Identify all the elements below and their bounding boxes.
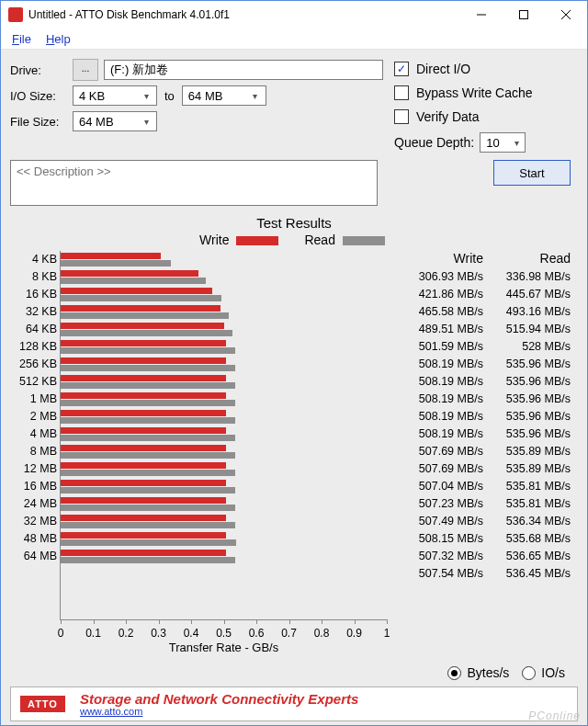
chart-row-label: 4 MB	[13, 425, 57, 443]
write-bar	[61, 445, 226, 451]
col-header-write: Write	[396, 251, 483, 266]
write-bar	[61, 253, 161, 259]
value-row: 507.69 MB/s535.89 MB/s	[396, 459, 571, 477]
write-bar	[61, 480, 226, 486]
read-bar	[61, 522, 235, 528]
chart-row-label: 512 KB	[13, 373, 57, 391]
read-bar	[61, 312, 229, 319]
value-row: 507.23 MB/s535.81 MB/s	[396, 494, 571, 512]
bypass-checkbox[interactable]: Bypass Write Cache	[394, 81, 578, 105]
drive-value: (F:) 新加卷	[110, 62, 168, 78]
x-axis-label: Transfer Rate - GB/s	[61, 641, 387, 654]
write-value: 489.51 MB/s	[396, 323, 483, 335]
write-value: 507.69 MB/s	[396, 445, 483, 458]
read-value: 536.45 MB/s	[483, 567, 571, 580]
results-chart: 4 KB8 KB16 KB32 KB64 KB128 KB256 KB512 K…	[12, 251, 390, 659]
chevron-down-icon: ▾	[140, 91, 153, 101]
brand-tagline: Storage and Network Connectivity Experts	[80, 692, 358, 706]
chart-row: 32 MB	[61, 513, 387, 530]
read-bar	[61, 557, 235, 563]
read-value: 535.89 MB/s	[483, 445, 571, 458]
chart-row-label: 256 KB	[13, 356, 57, 373]
x-tick-label: 0	[50, 627, 72, 640]
direct-io-checkbox[interactable]: ✓ Direct I/O	[394, 57, 578, 81]
brand-banner[interactable]: ATTO Storage and Network Connectivity Ex…	[10, 686, 578, 721]
read-value: 535.96 MB/s	[483, 375, 571, 388]
value-row: 507.49 MB/s536.34 MB/s	[396, 512, 571, 529]
read-bar	[61, 295, 221, 301]
read-bar	[61, 400, 235, 406]
read-value: 535.96 MB/s	[483, 357, 571, 370]
write-value: 507.54 MB/s	[396, 567, 483, 580]
start-button[interactable]: Start	[493, 160, 571, 186]
checkbox-checked-icon: ✓	[394, 62, 409, 76]
read-bar	[61, 435, 235, 441]
write-bar	[61, 323, 224, 329]
units-bytes-radio[interactable]: Bytes/s	[447, 665, 509, 680]
filesize-label: File Size:	[10, 115, 73, 129]
write-value: 507.32 MB/s	[396, 550, 483, 562]
queue-depth-combo[interactable]: 10 ▾	[480, 132, 526, 153]
x-tick-label: 0.2	[115, 627, 137, 640]
read-bar	[61, 505, 235, 511]
chart-row: 24 MB	[61, 495, 387, 513]
chevron-down-icon: ▾	[249, 91, 262, 101]
minimize-button[interactable]	[460, 1, 503, 28]
chart-row-label: 4 KB	[13, 251, 57, 268]
write-value: 306.93 MB/s	[396, 270, 483, 283]
value-row: 421.86 MB/s445.67 MB/s	[396, 285, 571, 302]
menu-file[interactable]: File	[5, 30, 39, 48]
read-bar	[61, 470, 235, 476]
menu-help[interactable]: Help	[39, 30, 78, 48]
radio-icon	[522, 666, 536, 680]
value-row: 508.15 MB/s535.68 MB/s	[396, 529, 571, 547]
drive-combo[interactable]: (F:) 新加卷	[104, 60, 383, 80]
read-bar	[61, 487, 235, 493]
read-value: 535.96 MB/s	[483, 392, 571, 405]
read-bar	[61, 278, 206, 284]
value-row: 507.04 MB/s535.81 MB/s	[396, 477, 571, 494]
browse-button[interactable]: ...	[73, 59, 98, 81]
maximize-button[interactable]	[503, 1, 545, 28]
write-swatch-icon	[236, 236, 278, 245]
write-bar	[61, 550, 226, 556]
value-row: 508.19 MB/s535.96 MB/s	[396, 372, 571, 390]
read-value: 535.96 MB/s	[483, 410, 571, 423]
close-button[interactable]	[545, 1, 587, 28]
x-tick-label: 0.9	[344, 627, 366, 640]
write-value: 501.59 MB/s	[396, 340, 483, 353]
app-icon	[8, 7, 23, 22]
units-ios-radio[interactable]: IO/s	[522, 665, 565, 680]
chevron-down-icon: ▾	[510, 138, 523, 148]
iosize-label: I/O Size:	[10, 89, 73, 103]
chart-row-label: 8 MB	[13, 443, 57, 460]
read-bar	[61, 539, 236, 546]
description-input[interactable]	[10, 160, 378, 206]
value-row: 508.19 MB/s535.96 MB/s	[396, 390, 571, 407]
chart-row: 64 MB	[61, 548, 387, 565]
read-bar	[61, 260, 171, 267]
verify-checkbox[interactable]: Verify Data	[394, 105, 578, 129]
chart-row-label: 12 MB	[13, 460, 57, 478]
chart-row: 12 MB	[61, 460, 387, 478]
value-row: 306.93 MB/s336.98 MB/s	[396, 267, 571, 285]
read-value: 536.34 MB/s	[483, 515, 571, 527]
read-value: 535.81 MB/s	[483, 497, 571, 510]
x-tick-label: 1	[376, 627, 398, 640]
chart-row: 16 MB	[61, 478, 387, 495]
filesize-combo[interactable]: 64 MB ▾	[73, 111, 157, 131]
iosize-to-combo[interactable]: 64 MB ▾	[182, 85, 266, 106]
write-value: 507.04 MB/s	[396, 480, 483, 493]
write-value: 508.19 MB/s	[396, 375, 483, 388]
read-bar	[61, 382, 235, 389]
iosize-from-combo[interactable]: 4 KB ▾	[73, 85, 157, 106]
window-title: Untitled - ATTO Disk Benchmark 4.01.0f1	[28, 8, 230, 21]
chart-row: 256 KB	[61, 356, 387, 373]
menu-bar: File Help	[1, 28, 587, 50]
chart-row: 8 KB	[61, 268, 387, 286]
read-value: 535.68 MB/s	[483, 532, 571, 545]
read-value: 528 MB/s	[483, 340, 571, 353]
read-value: 493.16 MB/s	[483, 305, 571, 318]
svg-rect-0	[520, 11, 528, 19]
chart-row: 1 MB	[61, 391, 387, 408]
